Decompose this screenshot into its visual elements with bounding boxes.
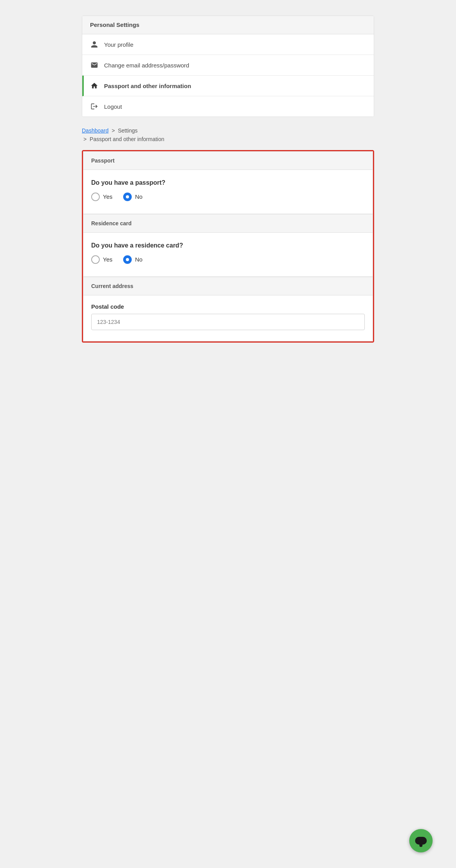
passport-no-radio[interactable] (123, 193, 132, 201)
logout-icon (90, 103, 99, 110)
passport-no-label: No (135, 193, 142, 200)
passport-question: Do you have a passport? (91, 179, 365, 186)
main-content-wrapper: Passport Do you have a passport? Yes No (82, 150, 374, 343)
chat-button[interactable] (409, 829, 433, 852)
residence-card-yes-label: Yes (103, 256, 112, 263)
current-address-section-header: Current address (83, 277, 373, 295)
nav-item-your-profile[interactable]: Your profile (82, 34, 374, 55)
residence-card-question: Do you have a residence card? (91, 242, 365, 249)
passport-section-header: Passport (83, 152, 373, 170)
passport-yes-radio[interactable] (91, 193, 100, 201)
passport-no-option[interactable]: No (123, 193, 142, 201)
breadcrumb: Dashboard > Settings > Passport and othe… (82, 126, 374, 144)
nav-item-your-profile-label: Your profile (104, 41, 133, 48)
breadcrumb-sep-1: > (111, 127, 115, 134)
nav-header-label: Personal Settings (90, 21, 140, 28)
nav-item-logout-label: Logout (104, 103, 122, 110)
breadcrumb-settings: Settings (118, 127, 138, 134)
postal-code-label: Postal code (91, 303, 365, 310)
residence-card-yes-option[interactable]: Yes (91, 255, 112, 264)
nav-item-change-email[interactable]: Change email address/password (82, 55, 374, 76)
current-address-header-label: Current address (91, 283, 133, 289)
nav-item-passport-info-label: Passport and other information (104, 83, 191, 89)
home-icon (90, 82, 99, 90)
residence-card-no-radio[interactable] (123, 255, 132, 264)
postal-code-input[interactable] (91, 314, 365, 330)
residence-card-header-label: Residence card (91, 220, 132, 226)
passport-header-label: Passport (91, 157, 115, 164)
passport-radio-group: Yes No (91, 193, 365, 201)
mail-icon (90, 61, 99, 69)
residence-card-no-label: No (135, 256, 142, 263)
residence-card-radio-group: Yes No (91, 255, 365, 264)
nav-item-logout[interactable]: Logout (82, 96, 374, 117)
residence-card-section-body: Do you have a residence card? Yes No (83, 233, 373, 277)
nav-card-header: Personal Settings (82, 16, 374, 34)
main-card: Passport Do you have a passport? Yes No (83, 151, 373, 341)
passport-yes-option[interactable]: Yes (91, 193, 112, 201)
passport-section-body: Do you have a passport? Yes No (83, 170, 373, 214)
breadcrumb-current: Passport and other information (90, 136, 164, 142)
passport-yes-label: Yes (103, 193, 112, 200)
nav-card: Personal Settings Your profile Change em… (82, 16, 374, 117)
chat-icon (415, 837, 427, 845)
residence-card-no-option[interactable]: No (123, 255, 142, 264)
residence-card-section-header: Residence card (83, 214, 373, 233)
residence-card-yes-radio[interactable] (91, 255, 100, 264)
person-icon (90, 41, 99, 48)
nav-item-change-email-label: Change email address/password (104, 62, 189, 69)
breadcrumb-dashboard[interactable]: Dashboard (82, 127, 109, 134)
nav-item-passport-info[interactable]: Passport and other information (82, 76, 374, 96)
postal-code-group: Postal code (83, 295, 373, 341)
breadcrumb-sep-2: > (83, 136, 87, 142)
